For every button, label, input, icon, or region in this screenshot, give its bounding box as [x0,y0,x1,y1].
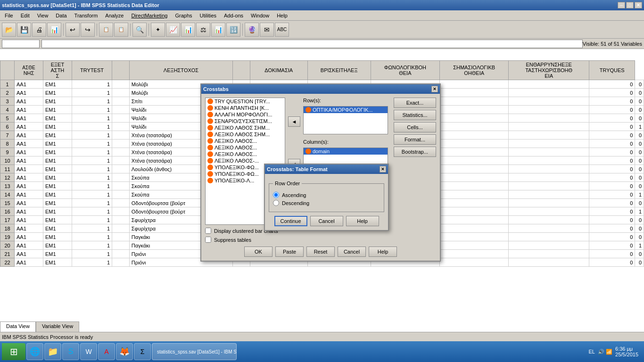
taskbar-acrobat[interactable]: A [98,343,115,360]
crosstabs-close-button[interactable]: ✕ [431,86,438,92]
cells-button[interactable]: Cells... [394,122,436,132]
var-list-item[interactable]: ΛΕΞΙΚΟ ΛΑΘΟΣ ΣΗΜ... [206,124,285,131]
paste-button[interactable]: Paste [275,247,304,257]
taskbar-skype[interactable]: S [62,343,79,360]
descending-row: Descending [273,200,380,206]
columns-label: Column(s): [303,139,388,145]
var-list-item[interactable]: ΛΕΞΙΚΟ ΛΑΘΟΣ... [206,144,285,151]
taskbar-date: 25/5/2015 [615,352,638,357]
taskbar-explorer[interactable]: 📁 [44,343,61,360]
ascending-row: Ascending [273,192,380,198]
columns-item-text: domain [313,148,330,154]
taskbar-calc[interactable]: Σ [134,343,151,360]
suppress-tables-label: Suppress tables [214,237,251,243]
title-bar-controls: ─ □ ✕ [618,2,642,8]
row-order-group: Row Order Ascending Descending [269,181,384,212]
taskbar-time: 6:36 μμ [615,346,638,352]
ascending-radio[interactable] [273,192,279,198]
title-bar: statistics_spss.sav [DataSet1] - IBM SPS… [0,0,644,10]
tf-help-button[interactable]: Help [346,216,379,226]
var-list-item[interactable]: ΣΕΝΑΡΙΟ/ΣΥΣΧΕΤΙΣΜ... [206,118,285,124]
window-title: statistics_spss.sav [DataSet1] - IBM SPS… [2,2,159,8]
var-list-item[interactable]: ΛΕΞΙΚΟ ΛΑΘΟΣ... [206,151,285,157]
var-list-item[interactable]: ΛΕΞΙΚΟ ΛΑΘΟΣ ΣΗΜ... [206,131,285,138]
var-list-item[interactable]: TRY QUESTION [TRY... [206,98,285,105]
taskbar-spss-app[interactable]: statistics_spss.sav [DataSet1] - IBM SPS… [152,343,237,360]
format-button[interactable]: Format... [394,134,436,145]
minimize-button[interactable]: ─ [618,2,625,8]
crosstabs-bottom-buttons: OK Paste Reset Cancel Help [205,247,436,257]
descending-radio[interactable] [273,200,279,206]
close-button[interactable]: ✕ [635,2,642,8]
table-format-close-button[interactable]: ✕ [380,166,386,173]
table-format-body: Row Order Ascending Descending Continue … [265,174,388,230]
crosstabs-dialog-title: Crosstabs ✕ [201,84,440,94]
exact-button[interactable]: Exact... [394,98,436,108]
side-buttons: Exact... Statistics... Cells... Format..… [394,98,436,225]
taskbar-lang: EL [589,349,595,354]
taskbar-icons: 🔊 📶 [598,349,612,355]
rows-label: Row(s): [303,98,388,103]
taskbar-firefox[interactable]: 🦊 [116,343,133,360]
rows-item-text: ΟΠΤΙΚΑ/ΜΟΡΦΟΛΟΓΙΚ... [313,107,373,113]
modal-overlay: Crosstabs ✕ TRY QUESTION [TRY...ΚΕΝΗ ΑΠΑ… [0,10,644,341]
taskbar-word[interactable]: W [80,343,97,360]
app-area: File Edit View Data Transform Analyze Di… [0,10,644,341]
display-bar-charts-checkbox[interactable] [205,228,211,234]
var-list-item[interactable]: ΛΕΞΙΚΟ ΛΑΘΟΣ... [206,138,285,144]
statistics-button[interactable]: Statistics... [394,110,436,120]
maximize-button[interactable]: □ [626,2,634,8]
win-taskbar: ⊞ 🌐 📁 S W A 🦊 Σ statistics_spss.sav [Dat… [0,341,644,362]
ascending-label: Ascending [282,192,306,198]
descending-label: Descending [282,200,309,206]
table-format-dialog: Crosstabs: Table Format ✕ Row Order Asce… [264,164,389,231]
taskbar-ie[interactable]: 🌐 [26,343,43,360]
ok-button[interactable]: OK [244,247,272,257]
spss-window: File Edit View Data Transform Analyze Di… [0,10,644,341]
bootstrap-button[interactable]: Bootstrap... [394,147,436,157]
reset-button[interactable]: Reset [306,247,335,257]
var-list-item[interactable]: ΑΛΛΑΓΗ ΜΟΡΦΟΛΟΓΙ... [206,111,285,118]
cancel-button[interactable]: Cancel [338,247,366,257]
taskbar-right: EL 🔊 📶 6:36 μμ 25/5/2015 [585,346,642,357]
arrow-row-button[interactable]: ◄ [288,116,300,127]
table-format-title-text: Crosstabs: Table Format [267,166,328,172]
var-list-item[interactable]: ΚΕΝΗ ΑΠΑΝΤΗΣΗ [K... [206,105,285,111]
rows-list-item[interactable]: ΟΠΤΙΚΑ/ΜΟΡΦΟΛΟΓΙΚ... [304,107,388,113]
crosstabs-title-text: Crosstabs [203,86,229,92]
help-button[interactable]: Help [369,247,397,257]
row-order-legend: Row Order [273,181,302,186]
table-format-buttons: Continue Cancel Help [269,216,384,226]
table-format-title: Crosstabs: Table Format ✕ [265,165,388,174]
tf-cancel-button[interactable]: Cancel [310,216,343,226]
start-button[interactable]: ⊞ [2,343,25,360]
rows-list[interactable]: ΟΠΤΙΚΑ/ΜΟΡΦΟΛΟΓΙΚ... [303,106,388,134]
var-list-item[interactable]: ΛΕΞΙΚΟ ΛΑΘΟΣ-... [206,157,285,164]
continue-button[interactable]: Continue [274,216,307,226]
suppress-tables-checkbox[interactable] [205,237,211,243]
taskbar-clock: 6:36 μμ 25/5/2015 [615,346,638,357]
suppress-tables-row: Suppress tables [205,237,436,243]
columns-list-item[interactable]: domain [304,148,388,155]
